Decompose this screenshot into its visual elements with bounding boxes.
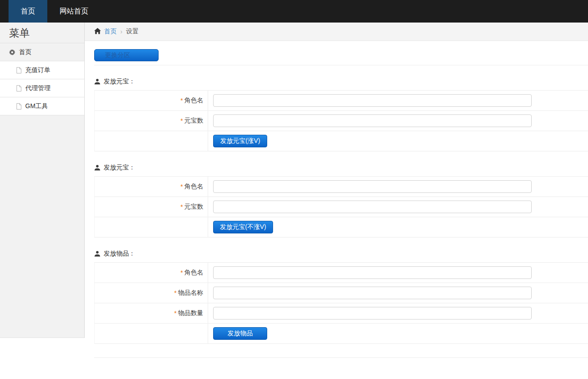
form-row: * 元宝数 [95,197,588,217]
document-icon [16,67,22,73]
yuanbao-amount-input[interactable] [213,114,532,127]
section-title: 发放元宝： [104,78,135,86]
field-label: * 元宝数 [95,197,208,217]
divider [94,357,588,358]
form-grant-yuanbao-2: * 角色名 * 元宝数 发放元宝(不涨V) [94,176,588,237]
breadcrumb-home-link[interactable]: 首页 [104,27,117,36]
form-row: * 角色名 [95,177,588,197]
field-label [95,324,208,343]
section-header-grant-items: 发放物品： [94,250,588,258]
field-label [95,217,208,237]
main-area: 首页 › 设置 更换分区 发放元宝： * 角色名 [85,23,588,358]
field-label-text: 元宝数 [184,117,203,125]
field-cell [208,263,588,283]
field-cell [208,111,588,131]
field-label-text: 角色名 [184,269,203,277]
field-label-text: 角色名 [184,96,203,105]
form-grant-yuanbao-1: * 角色名 * 元宝数 发放元宝(涨V) [94,90,588,151]
field-label [95,131,208,151]
sidebar-item-gm-tools[interactable]: GM工具 [0,97,84,115]
section-title: 发放元宝： [104,164,135,172]
change-partition-button[interactable]: 更换分区 [94,49,159,61]
document-icon [16,103,22,110]
document-icon [16,85,22,91]
breadcrumb-current: 设置 [126,27,139,36]
sidebar-title: 菜单 [0,23,84,43]
field-label: * 元宝数 [95,111,208,131]
sidebar-item-label: 代理管理 [25,84,50,92]
grant-yuanbao-novip-button[interactable]: 发放元宝(不涨V) [213,221,273,233]
role-name-input[interactable] [213,94,532,107]
field-label-text: 物品名称 [178,289,203,297]
sidebar-item-label: GM工具 [25,102,48,110]
form-row: * 角色名 [95,91,588,111]
form-row: * 元宝数 [95,111,588,131]
field-cell [208,197,588,217]
required-mark: * [181,117,183,124]
required-mark: * [174,289,177,297]
section-header-grant-yuanbao-1: 发放元宝： [94,78,588,86]
user-icon [94,251,100,257]
divider [94,65,588,65]
tab-home[interactable]: 首页 [9,0,47,23]
field-cell [208,283,588,303]
role-name-input[interactable] [213,180,532,193]
field-cell [208,303,588,323]
form-row: 发放元宝(涨V) [95,131,588,151]
form-row: * 角色名 [95,263,588,283]
form-row: 发放物品 [95,324,588,344]
field-label-text: 角色名 [184,183,203,191]
form-row: 发放元宝(不涨V) [95,217,588,237]
field-label: * 物品数量 [95,303,208,323]
section-header-grant-yuanbao-2: 发放元宝： [94,164,588,172]
required-mark: * [181,183,183,190]
field-cell: 发放元宝(不涨V) [208,217,588,237]
user-icon [94,78,100,85]
sidebar: 菜单 首页 充值订单 代理管理 GM工具 [0,23,85,338]
breadcrumb-separator: › [120,28,123,35]
topbar: 首页 网站首页 [0,0,588,23]
form-grant-items: * 角色名 * 物品名称 * 物品数量 [94,262,588,344]
gear-icon [9,49,15,55]
role-name-input[interactable] [213,266,532,279]
required-mark: * [181,269,183,276]
grant-yuanbao-vip-button[interactable]: 发放元宝(涨V) [213,135,267,147]
field-label-text: 物品数量 [178,309,203,317]
content: 更换分区 发放元宝： * 角色名 * 元宝数 [85,41,588,358]
item-name-input[interactable] [213,287,532,299]
field-label-text: 元宝数 [184,203,203,211]
home-icon[interactable] [94,28,101,36]
form-row: * 物品数量 [95,303,588,324]
field-cell: 发放物品 [208,324,588,343]
breadcrumb: 首页 › 设置 [85,23,588,41]
user-icon [94,164,100,171]
field-cell: 发放元宝(涨V) [208,131,588,151]
field-label: * 角色名 [95,263,208,283]
field-cell [208,177,588,196]
required-mark: * [181,203,183,210]
sidebar-item-label: 首页 [19,48,32,56]
required-mark: * [181,97,183,104]
form-row: * 物品名称 [95,283,588,303]
sidebar-item-home[interactable]: 首页 [0,43,84,61]
sidebar-item-label: 充值订单 [25,66,50,74]
sidebar-item-agent-management[interactable]: 代理管理 [0,79,84,97]
required-mark: * [174,310,177,317]
item-quantity-input[interactable] [213,307,532,320]
field-label: * 物品名称 [95,283,208,303]
field-label: * 角色名 [95,177,208,196]
grant-items-button[interactable]: 发放物品 [213,327,267,340]
field-cell [208,91,588,110]
sidebar-item-recharge-orders[interactable]: 充值订单 [0,61,84,79]
section-title: 发放物品： [104,250,135,258]
field-label: * 角色名 [95,91,208,110]
tab-site-home[interactable]: 网站首页 [47,0,100,23]
yuanbao-amount-input[interactable] [213,201,532,213]
